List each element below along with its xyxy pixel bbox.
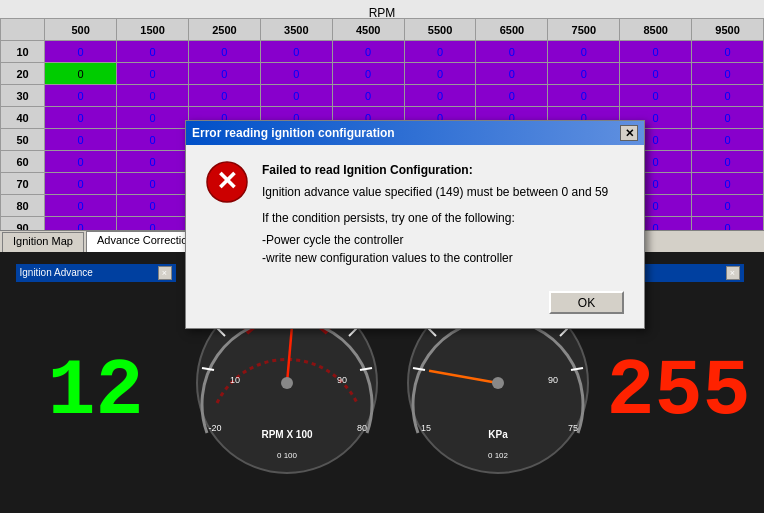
dialog-title: Error reading ignition configuration [192,126,395,140]
dialog-overlay: Error reading ignition configuration ✕ ✕… [0,0,764,513]
ok-button[interactable]: OK [549,291,624,314]
dialog-close-button[interactable]: ✕ [620,125,638,141]
dialog-content: ✕ Failed to read Ignition Configuration:… [186,145,644,283]
error-dialog: Error reading ignition configuration ✕ ✕… [185,120,645,329]
dialog-line4: -Power cycle the controller [262,231,624,249]
dialog-line3: If the condition persists, try one of th… [262,209,624,227]
dialog-title-bar: Error reading ignition configuration ✕ [186,121,644,145]
dialog-footer: OK [186,283,644,328]
error-icon: ✕ [206,161,248,203]
dialog-line2: Ignition advance value specified (149) m… [262,183,624,201]
dialog-text-area: Failed to read Ignition Configuration: I… [262,161,624,267]
dialog-line5: -write new configuration values to the c… [262,249,624,267]
svg-text:✕: ✕ [216,166,238,196]
dialog-line1: Failed to read Ignition Configuration: [262,161,624,179]
